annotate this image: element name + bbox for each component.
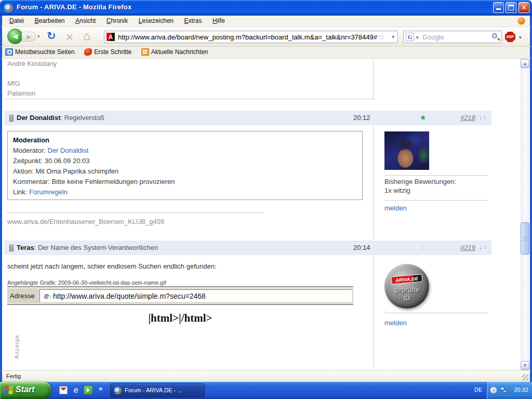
- report-link[interactable]: melden: [384, 204, 407, 212]
- scrollbar-thumb[interactable]: [521, 222, 529, 255]
- hide-icons-arrow[interactable]: ‹: [490, 387, 497, 394]
- engine-dropdown-icon[interactable]: ▾: [416, 35, 419, 40]
- menubar: Datei Bearbeiten Ansicht Chronik Lesezei…: [0, 16, 532, 27]
- firefox-task-button[interactable]: Forum - ARIVA.DE - ...: [110, 383, 205, 397]
- menu-lesezeichen[interactable]: Lesezeichen: [135, 16, 178, 24]
- avatar: [384, 131, 429, 170]
- address-url-text: http://www.ariva.de/quote/simple.m?secu=…: [53, 292, 206, 300]
- language-indicator[interactable]: DE: [474, 387, 482, 393]
- titlebar: Forum - ARIVA.DE - Mozilla Firefox ✕: [0, 0, 532, 16]
- post-author-link[interactable]: Teras: [17, 244, 34, 251]
- rating-star-icon[interactable]: ★: [420, 113, 427, 122]
- forum-rules-link[interactable]: Forumregeln: [29, 188, 68, 196]
- post-body-text: scheint jetzt nach langem, schier endlos…: [7, 262, 217, 270]
- menu-chronik[interactable]: Chronik: [102, 16, 132, 24]
- verified-id-badge: ARIVA.DE geprüfte ID: [384, 264, 429, 309]
- sidebar-divider: [373, 256, 374, 367]
- firefox-icon: [114, 387, 122, 394]
- post-time: 20:14: [353, 244, 370, 251]
- vertical-scrollbar[interactable]: ▲ ▼: [521, 59, 529, 370]
- signature-divider: [7, 212, 263, 213]
- post-nav-arrows[interactable]: ↓↑: [479, 244, 487, 251]
- firefox-window: Forum - ARIVA.DE - Mozilla Firefox ✕ Dat…: [0, 0, 532, 399]
- ariva-logo: ARIVA.DE: [391, 274, 422, 284]
- image-caption-text: |html>|/html>: [7, 312, 353, 325]
- moderation-heading: Moderation: [13, 135, 357, 145]
- post-time: 20:12: [353, 114, 370, 122]
- menu-ansicht[interactable]: Ansicht: [71, 16, 100, 24]
- back-button[interactable]: ◀: [7, 29, 23, 44]
- folder-search-icon: [5, 48, 13, 56]
- url-input[interactable]: [118, 32, 378, 42]
- maximize-button[interactable]: [506, 2, 516, 13]
- rating-star-icon[interactable]: ☆: [420, 243, 427, 251]
- ie-quicklaunch-icon[interactable]: e: [72, 386, 80, 394]
- url-dropdown-icon[interactable]: ▾: [392, 34, 394, 39]
- post-number-link[interactable]: #218: [460, 114, 475, 122]
- statusbar: Fertig: [0, 370, 532, 382]
- prev-post-text: André Kostolany: [7, 60, 57, 68]
- bookmark-star-icon[interactable]: ☆: [378, 32, 385, 42]
- prev-post-author-signature: Palaimon: [7, 89, 35, 97]
- prev-post-text: MfG: [7, 79, 20, 87]
- post-author-link[interactable]: Der Donaldist: [17, 114, 61, 122]
- system-tray: ‹ 20:32: [486, 382, 532, 399]
- start-label: Start: [16, 385, 34, 394]
- sidebar-divider: [373, 126, 374, 239]
- task-button-label: Forum - ARIVA.DE - ...: [125, 387, 182, 393]
- site-favicon: A: [107, 33, 115, 41]
- report-link[interactable]: melden: [384, 319, 407, 327]
- adblock-icon[interactable]: ABP: [505, 32, 515, 42]
- post-divider: [4, 99, 375, 99]
- bookmark-most-visited[interactable]: Meistbesuchte Seiten: [5, 48, 75, 56]
- ratings-value: 1x witzig: [384, 187, 410, 194]
- post-nav-arrows[interactable]: ↓↑: [479, 114, 487, 121]
- status-text: Fertig: [6, 373, 21, 379]
- feed-folder-icon: [141, 48, 149, 56]
- quicklaunch-overflow-chevron[interactable]: »: [99, 384, 102, 392]
- stop-button[interactable]: ✕: [65, 31, 74, 43]
- bookmark-latest-news[interactable]: Aktuelle Nachrichten: [141, 48, 208, 56]
- url-bar[interactable]: A ☆ ▾: [104, 31, 398, 43]
- forward-button[interactable]: ▶: [22, 32, 36, 42]
- image-toolbar-edge: [7, 303, 353, 305]
- home-button[interactable]: ⌂: [83, 29, 90, 43]
- mail-quicklaunch-icon[interactable]: [59, 386, 68, 394]
- search-box[interactable]: G ▾: [403, 31, 502, 43]
- moderator-link[interactable]: Der Donaldist: [48, 147, 89, 154]
- resize-grip[interactable]: [522, 374, 528, 380]
- addon-icon[interactable]: [518, 18, 525, 24]
- ad-label: Anzeige: [14, 317, 20, 359]
- network-icon[interactable]: [500, 387, 508, 393]
- sidebar-rule: [384, 175, 488, 176]
- history-dropdown-icon[interactable]: ▾: [37, 34, 40, 39]
- bookmark-getting-started[interactable]: Erste Schritte: [84, 48, 131, 56]
- ratings-label: Bisherige Bewertungen:: [384, 178, 456, 185]
- sidebar-rule: [384, 313, 488, 313]
- menu-bearbeiten[interactable]: Bearbeiten: [30, 16, 69, 24]
- ie-page-icon: e: [42, 291, 51, 300]
- minimize-button[interactable]: [493, 2, 504, 13]
- scroll-up-button[interactable]: ▲: [521, 59, 529, 68]
- close-button[interactable]: ✕: [518, 2, 529, 13]
- signature-link[interactable]: www.ariva.de/Entenhausener_Boersen_KLUB_…: [7, 218, 164, 225]
- search-icon[interactable]: [492, 33, 497, 38]
- menu-hilfe[interactable]: Hilfe: [208, 16, 229, 24]
- menu-extras[interactable]: Extras: [180, 16, 206, 24]
- bookmarks-toolbar: Meistbesuchte Seiten Erste Schritte Aktu…: [0, 47, 532, 59]
- moderation-box: Moderation Moderator: Der Donaldist Zeit…: [7, 131, 363, 200]
- search-input[interactable]: [422, 32, 484, 42]
- post-sheet-icon: [9, 115, 14, 122]
- attachment-label: Angehängte Grafik: 2009-06-30-vielleicht…: [7, 280, 166, 286]
- adblock-dropdown-icon[interactable]: ▾: [519, 35, 522, 40]
- media-quicklaunch-icon[interactable]: [84, 386, 92, 394]
- scroll-down-button[interactable]: ▼: [521, 361, 529, 370]
- firefox-bookmark-icon: [84, 48, 92, 56]
- menu-datei[interactable]: Datei: [5, 16, 28, 24]
- sidebar-divider: [373, 59, 374, 99]
- google-engine-icon[interactable]: G: [406, 33, 414, 41]
- sidebar-rule: [384, 200, 488, 201]
- start-button[interactable]: Start: [0, 382, 51, 399]
- post-number-link[interactable]: #219: [460, 244, 475, 251]
- reload-button[interactable]: ↻: [47, 30, 56, 42]
